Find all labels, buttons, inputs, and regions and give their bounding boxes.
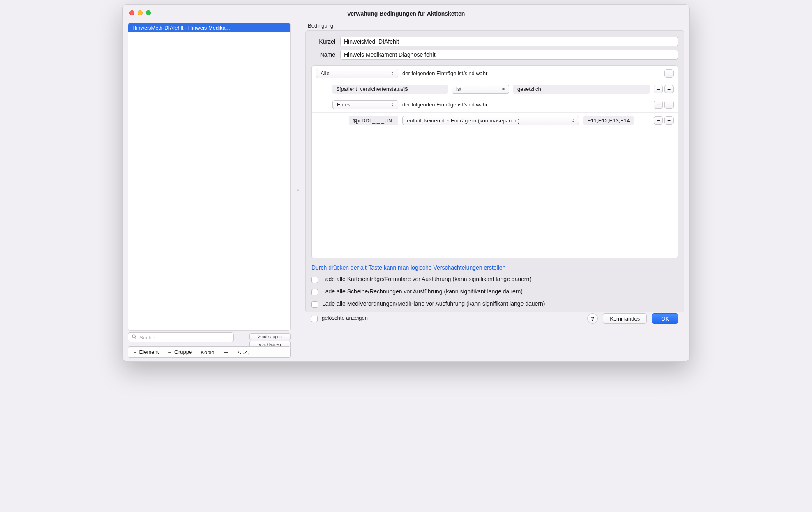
checkbox-icon: [311, 277, 318, 283]
quantifier-value: Alle: [321, 70, 330, 76]
variable-token[interactable]: $[patient_versichertenstatus]$: [332, 85, 448, 94]
condition-row: $[patient_versichertenstatus]$ ist geset…: [312, 81, 678, 97]
kuerzel-input[interactable]: HinweisMedi-DIAfehlt: [340, 37, 678, 46]
remove-condition-button[interactable]: −: [654, 101, 663, 109]
name-row: Name Hinweis Medikament Diagnose fehlt: [311, 50, 678, 60]
search-icon: [131, 334, 137, 341]
close-window-button[interactable]: [129, 10, 134, 15]
add-group-button[interactable]: ＋ Gruppe: [163, 347, 196, 357]
chevron-updown-icon: [391, 72, 395, 75]
quantifier-value: Eines: [337, 101, 351, 108]
checkbox-label: Lade alle Karteieinträge/Formulare vor A…: [322, 276, 531, 282]
list-item[interactable]: HinweisMedi-DIAfehlt - Hinweis Medika...: [128, 23, 290, 32]
checkbox-label: Lade alle Scheine/Rechnungen vor Ausführ…: [322, 288, 523, 295]
operator-value: enthält keinen der Einträge in (kommasep…: [407, 118, 520, 124]
chevron-updown-icon: [572, 119, 576, 122]
svg-point-0: [132, 335, 135, 338]
checkbox-label: Lade alle MediVerordnungen/MediPläne vor…: [322, 300, 545, 307]
zoom-window-button[interactable]: [146, 10, 151, 15]
remove-condition-button[interactable]: −: [654, 116, 663, 125]
help-button[interactable]: ?: [587, 313, 598, 324]
window-title: Verwaltung Bedingungen für Aktionsketten: [347, 10, 465, 17]
operator-select[interactable]: enthält keinen der Einträge in (kommasep…: [402, 116, 579, 125]
condition-builder: Alle der folgenden Einträge ist/sind wah…: [311, 65, 678, 258]
condition-group: Eines der folgenden Einträge ist/sind wa…: [312, 97, 678, 113]
fold-buttons: > aufklappen v zuklappen: [249, 333, 291, 348]
checkbox-icon: [311, 316, 318, 322]
value-input[interactable]: gesetzlich: [513, 85, 650, 94]
show-deleted-checkbox[interactable]: gelöschte anzeigen: [311, 315, 368, 322]
window-body: HinweisMedi-DIAfehlt - Hinweis Medika...…: [123, 23, 689, 361]
sidebar-toolbar: ＋ Element ＋ Gruppe Kopie − A..Z↓: [128, 346, 291, 358]
add-condition-button[interactable]: +: [664, 85, 674, 93]
titlebar: Verwaltung Bedingungen für Aktionsketten: [123, 5, 689, 23]
search-field[interactable]: [128, 332, 234, 342]
operator-value: ist: [456, 86, 461, 92]
name-label: Name: [311, 51, 335, 58]
value-input[interactable]: E11,E12,E13,E14: [583, 116, 634, 125]
hint-text: Durch drücken der alt-Taste kann man log…: [311, 264, 678, 271]
checkbox-label: gelöschte anzeigen: [322, 315, 368, 321]
load-scheine-checkbox[interactable]: Lade alle Scheine/Rechnungen vor Ausführ…: [311, 288, 678, 295]
load-medi-checkbox[interactable]: Lade alle MediVerordnungen/MediPläne vor…: [311, 300, 678, 308]
condition-list[interactable]: HinweisMedi-DIAfehlt - Hinweis Medika...: [128, 23, 291, 331]
expand-all-button[interactable]: > aufklappen: [249, 333, 291, 340]
quantifier-tail: der folgenden Einträge ist/sind wahr: [402, 101, 487, 108]
search-input[interactable]: [139, 334, 230, 341]
chevron-updown-icon: [502, 88, 506, 90]
quantifier-select[interactable]: Eines: [332, 100, 398, 109]
section-label: Bedingung: [308, 23, 684, 29]
delete-button[interactable]: −: [219, 347, 234, 357]
condition-group-root: Alle der folgenden Einträge ist/sind wah…: [312, 66, 678, 81]
svg-line-1: [135, 338, 136, 339]
window-controls: [129, 10, 151, 15]
add-condition-button[interactable]: +: [664, 116, 674, 125]
add-condition-button[interactable]: +: [664, 69, 674, 78]
window: Verwaltung Bedingungen für Aktionsketten…: [122, 4, 690, 362]
variable-token[interactable]: $[x DDI _ _ _ JN: [349, 116, 398, 125]
detail-panel: Kürzel HinweisMedi-DIAfehlt Name Hinweis…: [305, 30, 684, 312]
checkbox-icon: [311, 301, 318, 308]
kuerzel-row: Kürzel HinweisMedi-DIAfehlt: [311, 37, 678, 46]
name-input[interactable]: Hinweis Medikament Diagnose fehlt: [340, 50, 678, 60]
checkbox-icon: [311, 289, 318, 295]
minimize-window-button[interactable]: [138, 10, 143, 15]
load-kartei-checkbox[interactable]: Lade alle Karteieinträge/Formulare vor A…: [311, 276, 678, 283]
commands-button[interactable]: Kommandos: [603, 313, 647, 324]
add-condition-button[interactable]: +: [664, 101, 674, 109]
sort-button[interactable]: A..Z↓: [233, 347, 254, 357]
bottom-bar: gelöschte anzeigen ? Kommandos OK: [305, 312, 684, 328]
sidebar: HinweisMedi-DIAfehlt - Hinweis Medika...…: [128, 23, 291, 358]
splitter-handle[interactable]: [297, 23, 299, 358]
copy-button[interactable]: Kopie: [196, 347, 219, 357]
remove-condition-button[interactable]: −: [654, 85, 663, 93]
chevron-updown-icon: [391, 103, 395, 106]
detail-pane: Bedingung Kürzel HinweisMedi-DIAfehlt Na…: [305, 23, 684, 358]
quantifier-select[interactable]: Alle: [316, 69, 398, 78]
kuerzel-label: Kürzel: [311, 38, 335, 45]
quantifier-tail: der folgenden Einträge ist/sind wahr: [402, 70, 487, 76]
add-element-button[interactable]: ＋ Element: [128, 347, 163, 357]
operator-select[interactable]: ist: [452, 85, 509, 94]
ok-button[interactable]: OK: [652, 313, 678, 324]
condition-row: $[x DDI _ _ _ JN enthält keinen der Eint…: [312, 113, 678, 128]
